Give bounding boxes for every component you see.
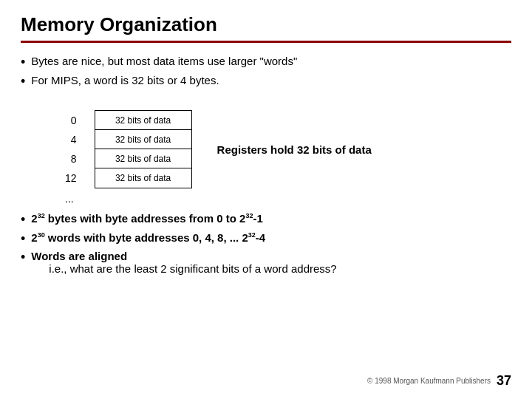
exp-32a: 32 [38,212,45,219]
bullet-list-2: 232 bytes with byte addresses from 0 to … [21,212,511,278]
address-4: 4 [71,130,77,149]
memory-diagram: 0 4 8 12 32 bits of data 32 bits of data… [65,110,511,188]
data-cell-8: 32 bits of data [95,149,191,168]
ellipsis: ... [65,193,511,205]
registers-label: Registers hold 32 bits of data [217,143,372,156]
footer: © 1998 Morgan Kaufmann Publishers 37 [21,373,511,389]
address-0: 0 [71,111,77,130]
bullet-aligned-line1: Words are aligned [31,250,127,262]
bullet-words: 230 words with byte addresses 0, 4, 8, .… [21,231,511,248]
bullet-aligned-line2: i.e., what are the least 2 significant b… [49,262,336,275]
data-column: 32 bits of data 32 bits of data 32 bits … [95,110,192,188]
bullet-item-2: For MIPS, a word is 32 bits or 4 bytes. [21,74,511,90]
address-column: 0 4 8 12 [65,111,77,188]
address-12: 12 [65,168,77,188]
bullet-aligned: Words are aligned i.e., what are the lea… [21,250,511,275]
page: Memory Organization Bytes are nice, but … [0,0,532,399]
data-cell-0: 32 bits of data [95,111,191,130]
title-divider [21,41,511,43]
bullet-list-1: Bytes are nice, but most data items use … [21,55,511,92]
exp-30: 30 [38,231,45,239]
address-8: 8 [71,149,77,168]
page-title: Memory Organization [21,13,511,36]
bullet-bytes: 232 bytes with byte addresses from 0 to … [21,212,511,228]
data-cell-4: 32 bits of data [95,130,191,149]
data-cell-12: 32 bits of data [95,168,191,188]
footer-copyright: © 1998 Morgan Kaufmann Publishers [367,377,491,385]
bullet-item-1: Bytes are nice, but most data items use … [21,55,511,71]
bullet-words-text: 230 words with byte addresses 0, 4, 8, .… [31,231,265,244]
exp-32c: 32 [248,231,256,239]
footer-page: 37 [497,373,511,389]
exp-32b: 32 [245,212,253,219]
bullet-bytes-text: 232 bytes with byte addresses from 0 to … [31,212,262,225]
